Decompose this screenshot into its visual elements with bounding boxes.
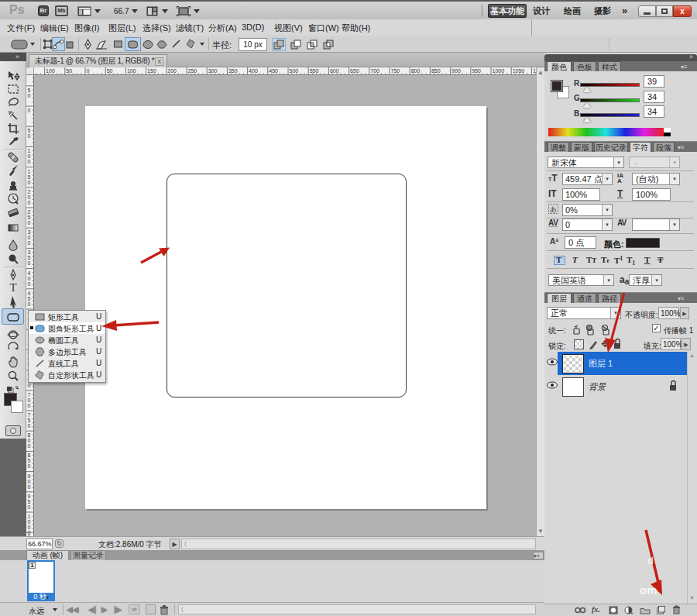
svg-text:5: 5: [28, 418, 31, 423]
svg-text:0: 0: [28, 159, 31, 164]
svg-text:0: 0: [28, 133, 31, 139]
svg-text:0: 0: [28, 463, 31, 469]
svg-text:0: 0: [28, 235, 31, 240]
svg-text:0: 0: [28, 93, 31, 98]
svg-text:0: 0: [28, 108, 31, 113]
svg-text:0: 0: [28, 403, 31, 408]
svg-text:0: 0: [28, 276, 31, 281]
svg-text:100: 100: [127, 68, 136, 74]
svg-text:5: 5: [28, 215, 31, 220]
svg-text:0: 0: [28, 180, 31, 185]
svg-text:100: 100: [46, 68, 55, 74]
svg-text:750: 750: [391, 68, 400, 74]
svg-text:0: 0: [28, 519, 31, 525]
svg-text:850: 850: [431, 68, 441, 74]
svg-text:0: 0: [28, 438, 31, 443]
svg-text:3: 3: [28, 229, 31, 235]
svg-text:9: 9: [28, 494, 31, 499]
svg-text:0: 0: [28, 281, 31, 287]
svg-text:800: 800: [411, 68, 421, 74]
svg-text:5: 5: [28, 128, 31, 133]
svg-text:5: 5: [28, 255, 31, 260]
svg-text:0: 0: [28, 200, 31, 205]
svg-text:50: 50: [66, 68, 72, 74]
svg-text:5: 5: [28, 174, 31, 180]
svg-text:5: 5: [28, 88, 31, 93]
svg-text:300: 300: [208, 68, 218, 74]
svg-text:0: 0: [28, 153, 31, 159]
svg-text:5: 5: [28, 458, 31, 463]
svg-text:250: 250: [188, 68, 197, 74]
svg-text:0: 0: [28, 220, 31, 225]
svg-text:1: 1: [28, 148, 31, 153]
svg-text:650: 650: [350, 68, 359, 74]
svg-text:900: 900: [452, 68, 461, 74]
svg-text:9: 9: [28, 473, 31, 479]
svg-text:0: 0: [28, 383, 31, 388]
svg-text:8: 8: [28, 432, 31, 438]
svg-text:0: 0: [28, 397, 31, 403]
svg-text:0: 0: [28, 479, 31, 484]
svg-text:0: 0: [28, 484, 31, 490]
svg-text:T: T: [9, 281, 16, 294]
svg-text:0: 0: [28, 504, 31, 510]
svg-text:2: 2: [28, 209, 31, 215]
svg-text:0: 0: [28, 240, 31, 246]
svg-text:5: 5: [28, 499, 31, 504]
svg-text:0: 0: [28, 301, 31, 307]
svg-text:450: 450: [269, 68, 278, 74]
svg-text:1: 1: [28, 169, 31, 174]
svg-text:700: 700: [370, 68, 379, 74]
svg-text:150: 150: [147, 68, 156, 74]
svg-text:0: 0: [28, 194, 31, 200]
svg-text:0: 0: [28, 260, 31, 266]
svg-text:350: 350: [228, 68, 238, 74]
svg-text:8: 8: [28, 453, 31, 458]
svg-text:500: 500: [290, 68, 299, 74]
svg-text:0: 0: [87, 68, 90, 74]
svg-text:0: 0: [28, 443, 31, 449]
svg-text:7: 7: [28, 392, 31, 397]
svg-text:50: 50: [107, 68, 113, 74]
svg-text:1050: 1050: [513, 68, 525, 74]
svg-text:2: 2: [28, 189, 31, 194]
svg-text:950: 950: [472, 68, 481, 74]
svg-text:0: 0: [28, 423, 31, 428]
svg-text:400: 400: [249, 68, 258, 74]
svg-text:4: 4: [28, 291, 31, 296]
svg-text:550: 550: [310, 68, 319, 74]
svg-text:200: 200: [167, 68, 177, 74]
svg-text:600: 600: [330, 68, 339, 74]
svg-text:5: 5: [28, 296, 31, 301]
svg-text:7: 7: [28, 412, 31, 418]
svg-text:4: 4: [28, 270, 31, 276]
svg-text:1: 1: [28, 514, 31, 519]
svg-text:1000: 1000: [493, 68, 505, 74]
svg-text:3: 3: [28, 249, 31, 255]
svg-text:0: 0: [28, 525, 31, 530]
